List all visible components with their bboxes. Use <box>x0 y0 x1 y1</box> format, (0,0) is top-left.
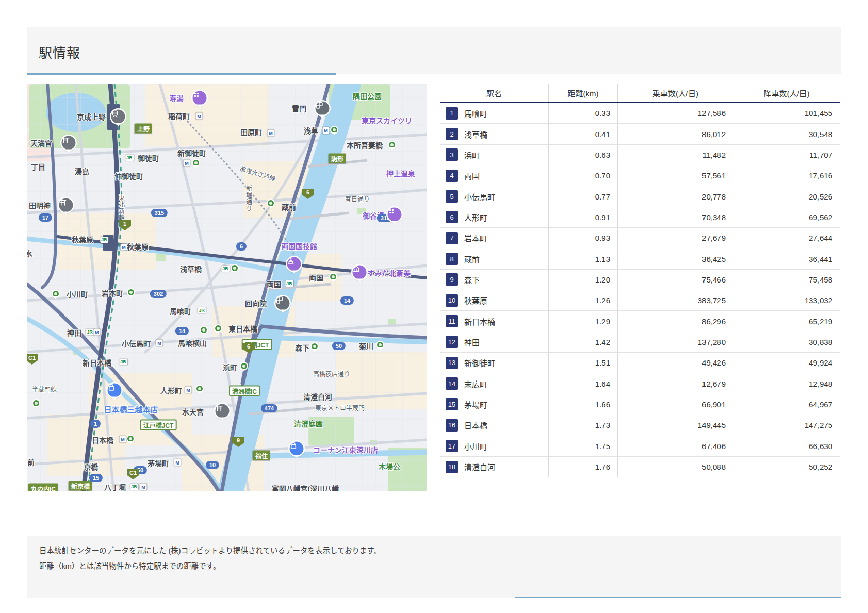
rank-badge: 5 <box>446 190 458 203</box>
station-name: 清澄白河 <box>464 461 495 472</box>
station-name: 新日本橋 <box>464 316 495 327</box>
boardings-value: 12,679 <box>618 373 733 393</box>
map-label: 茅場町 <box>148 458 169 468</box>
station-cell: 15茅場町 <box>440 394 549 415</box>
map-label: 蔵前 <box>282 202 296 212</box>
map-label: 馬喰町 <box>170 306 191 316</box>
alightings-value: 69,562 <box>733 207 840 227</box>
boardings-value: 50,088 <box>618 457 733 477</box>
distance-value: 0.63 <box>549 145 618 165</box>
station-cell: 18清澄白河 <box>440 457 549 477</box>
station-pin-icon <box>268 200 274 206</box>
map-label: 小伝馬町 <box>122 338 151 349</box>
rank-badge: 8 <box>446 253 458 265</box>
route-shield: 302 <box>150 290 167 298</box>
station-name: 浜町 <box>464 150 480 160</box>
metro-logo-icon: M <box>196 113 203 120</box>
map-area-badge: 丸の内IC <box>28 484 58 492</box>
route-shield: C1 <box>127 469 139 479</box>
route-shield: 474 <box>261 404 277 412</box>
map-label: 前 <box>27 457 35 467</box>
station-pin-icon <box>128 289 134 295</box>
map-label: 雷門 <box>292 103 306 113</box>
station-pin-icon <box>330 274 336 280</box>
distance-value: 1.75 <box>549 436 618 456</box>
map-label: すみだ北斎美 <box>367 268 411 278</box>
map-label: 田明神 <box>29 200 51 210</box>
table-row: 12神田1.42137,28030,838 <box>440 332 840 353</box>
temple-icon <box>276 296 290 310</box>
distance-value: 1.42 <box>549 332 618 352</box>
route-shield: 15 <box>89 474 103 482</box>
map-label: 押上温泉 <box>386 168 415 178</box>
station-map[interactable]: 京成上野稲荷町寿湯雷門隅田公園東京スカイツリ田原町浅草本所吾妻橋押上温泉新御徒町… <box>27 84 427 491</box>
station-name: 蔵前 <box>464 254 480 264</box>
metro-logo-icon: M <box>156 340 163 346</box>
station-cell: 13新御徒町 <box>440 353 549 373</box>
distance-value: 1.29 <box>549 311 618 331</box>
station-cell: 7岩本町 <box>440 228 549 248</box>
rank-badge: 13 <box>446 357 458 369</box>
distance-value: 1.73 <box>549 415 618 435</box>
metro-logo-icon: M <box>185 387 192 393</box>
torii-icon <box>216 404 230 418</box>
table-row: 15茅場町1.6666,90164,967 <box>440 394 840 415</box>
map-label: 馬喰横山 <box>178 338 207 348</box>
jr-logo-icon: JR <box>285 280 293 287</box>
alightings-value: 27,644 <box>733 228 840 248</box>
rank-badge: 9 <box>446 273 458 286</box>
alightings-value: 30,838 <box>733 332 840 352</box>
section-footer: 日本統計センターのデータを元にした (株)コラビットより提供されているデータを表… <box>27 536 841 598</box>
jr-logo-icon: JR <box>119 359 127 365</box>
map-label: 春日通り <box>345 194 370 203</box>
map-label: 岩本町 <box>102 288 123 298</box>
map-label: 八丁堀 <box>104 482 126 491</box>
station-cell: 1馬喰町 <box>440 103 549 123</box>
boardings-value: 66,901 <box>618 394 733 415</box>
map-label: 秋葉原 <box>72 234 93 244</box>
table-row: 6人形町0.9170,34869,562 <box>440 207 840 228</box>
table-row: 14末広町1.6412,67912,948 <box>440 373 840 394</box>
distance-value: 1.66 <box>549 394 618 415</box>
station-cell: 4両国 <box>440 165 549 186</box>
rank-badge: 4 <box>446 170 458 182</box>
boardings-value: 27,679 <box>618 228 733 248</box>
rank-badge: 12 <box>446 336 458 348</box>
table-row: 1馬喰町0.33127,586101,455 <box>440 103 840 124</box>
map-label: 仲御徒町 <box>114 171 143 181</box>
map-label: 浜町 <box>223 362 237 372</box>
boardings-value: 70,348 <box>618 207 733 227</box>
boardings-value: 57,561 <box>618 165 733 186</box>
map-area-badge: 福住 <box>253 451 270 460</box>
table-row: 7岩本町0.9327,67927,644 <box>440 228 840 248</box>
table-row: 5小伝馬町0.7720,77820,526 <box>440 186 840 207</box>
bag-icon <box>108 384 122 397</box>
bag-icon <box>290 442 304 456</box>
station-pin-icon <box>201 327 207 333</box>
map-label: 寿湯 <box>169 93 184 103</box>
alightings-value: 101,455 <box>733 103 840 123</box>
station-name: 小川町 <box>464 441 487 452</box>
distance-value: 1.76 <box>549 457 618 477</box>
station-name: 新御徒町 <box>464 357 495 368</box>
station-name: 神田 <box>464 337 480 347</box>
distance-value: 1.20 <box>549 270 618 290</box>
map-label: 東日本橋 <box>228 323 257 334</box>
station-pin-icon <box>331 127 337 133</box>
station-name: 日本橋 <box>464 420 487 430</box>
distance-value: 0.91 <box>549 207 618 227</box>
station-pin-icon <box>389 142 395 148</box>
distance-value: 0.77 <box>549 186 618 206</box>
map-label: 湯島 <box>75 166 89 176</box>
station-cell: 3浜町 <box>440 145 549 165</box>
boardings-value: 86,012 <box>618 124 733 144</box>
map-label: 人形町 <box>160 385 182 395</box>
station-table: 駅名距離(km)乗車数(人/日)降車数(人/日)1馬喰町0.33127,5861… <box>440 84 840 477</box>
route-shield: 6 <box>236 242 247 251</box>
map-label: 新日本橋 <box>83 357 111 368</box>
boardings-value: 137,280 <box>618 332 733 352</box>
bath-icon <box>388 208 402 222</box>
jr-logo-icon: JR <box>86 329 94 335</box>
alightings-value: 11,707 <box>733 145 840 165</box>
map-label: 丁目 <box>31 161 45 172</box>
